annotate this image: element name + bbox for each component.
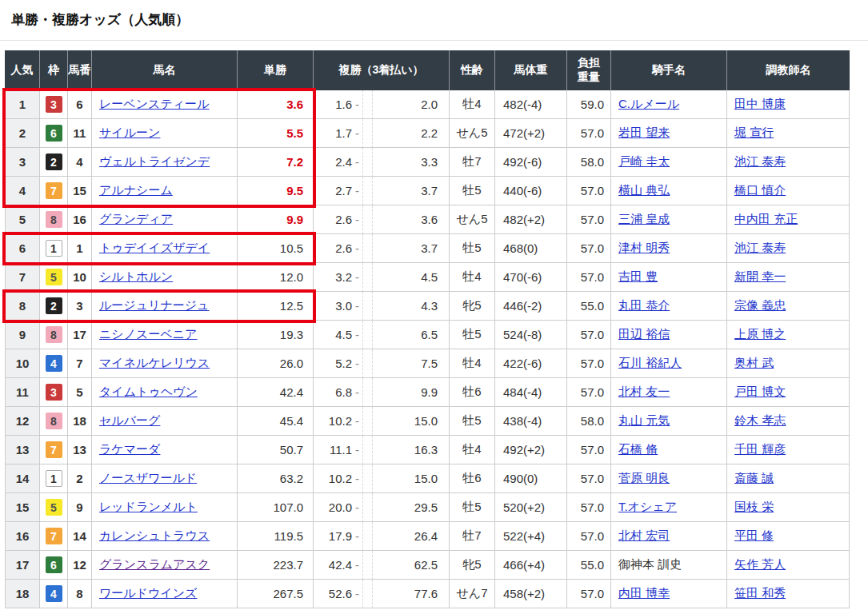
- trainer-link[interactable]: 平田 修: [734, 528, 774, 542]
- trainer-link[interactable]: 戸田 博文: [734, 385, 786, 398]
- horse-name-link[interactable]: サイルーン: [99, 126, 160, 139]
- horse-name-link[interactable]: タイムトゥヘヴン: [99, 385, 198, 398]
- jockey-link[interactable]: 菅原 明良: [618, 471, 670, 484]
- horse-name-link[interactable]: レッドランメルト: [99, 500, 198, 513]
- win-odds-cell: 9.5: [238, 177, 314, 205]
- horse-weight-cell: 458(+2): [495, 580, 567, 608]
- place-odds-low: 10.2-: [314, 464, 363, 493]
- jockey-link[interactable]: 北村 宏司: [618, 528, 670, 542]
- rank-cell: 2: [5, 119, 40, 148]
- horse-weight-cell: 440(-6): [495, 177, 567, 205]
- trainer-link[interactable]: 上原 博之: [734, 327, 786, 341]
- horse-name-link[interactable]: ルージュリナージュ: [99, 298, 209, 312]
- jockey-link[interactable]: 吉田 豊: [618, 269, 658, 283]
- horse-name-link[interactable]: グランディア: [99, 212, 173, 225]
- horse-number-cell: 12: [68, 551, 92, 580]
- jockey-link[interactable]: 三浦 皇成: [618, 212, 670, 225]
- place-odds-low: 17.9-: [314, 522, 363, 551]
- trainer-link[interactable]: 国枝 栄: [734, 500, 774, 513]
- jockey-link[interactable]: 戸崎 圭太: [618, 154, 670, 168]
- jockey-link[interactable]: 石川 裕紀人: [618, 356, 682, 369]
- sex-age-cell: 牡5: [450, 321, 495, 349]
- jockey-cell: 石橋 脩: [611, 436, 727, 464]
- place-low-value: 20.0: [329, 500, 352, 514]
- horse-name-link[interactable]: ニシノスーベニア: [99, 327, 197, 341]
- horse-name-link[interactable]: ノースザワールド: [99, 471, 197, 484]
- place-odds-gap: [363, 407, 373, 436]
- frame-badge: 5: [46, 499, 62, 516]
- trainer-link[interactable]: 新開 幸一: [734, 269, 786, 283]
- jockey-link[interactable]: 丸山 元気: [618, 413, 670, 427]
- place-odds-low: 42.4-: [314, 551, 363, 580]
- trainer-link[interactable]: 鈴木 孝志: [734, 413, 786, 427]
- horse-name-link[interactable]: トゥデイイズザデイ: [99, 241, 210, 254]
- trainer-cell: 田中 博康: [727, 90, 850, 119]
- jockey-cell: 戸崎 圭太: [611, 148, 727, 177]
- table-row: 324ヴェルトライゼンデ7.22.4-3.3牡7492(-6)58.0戸崎 圭太…: [5, 148, 850, 177]
- horse-name-link[interactable]: レーベンスティール: [99, 97, 209, 110]
- jockey-link[interactable]: 内田 博幸: [618, 586, 670, 600]
- jockey-link[interactable]: 津村 明秀: [618, 241, 670, 254]
- trainer-link[interactable]: 池江 泰寿: [734, 241, 786, 254]
- place-odds-low: 11.1-: [314, 436, 363, 464]
- place-odds-high: 16.3: [373, 436, 450, 464]
- jockey-link[interactable]: T.オシェア: [618, 500, 677, 513]
- header-frame: 枠: [40, 50, 68, 90]
- jockey-link[interactable]: C.ルメール: [618, 97, 679, 110]
- jockey-cell: 津村 明秀: [611, 234, 727, 263]
- frame-cell: 4: [40, 349, 68, 378]
- place-odds-dash: -: [355, 529, 359, 543]
- jockey-link[interactable]: 北村 友一: [618, 385, 670, 398]
- trainer-link[interactable]: 奥村 武: [734, 356, 774, 369]
- frame-cell: 8: [40, 407, 68, 436]
- trainer-link[interactable]: 田中 博康: [734, 97, 786, 110]
- table-row: 1135タイムトゥヘヴン42.46.8-9.9牡6484(-4)57.0北村 友…: [5, 378, 850, 407]
- jockey-link[interactable]: 丸田 恭介: [618, 298, 670, 312]
- carried-weight-cell: 57.0: [567, 464, 611, 493]
- place-odds-high: 2.2: [373, 119, 450, 148]
- horse-name-cell: ラケマーダ: [92, 436, 238, 464]
- table-row: 13713ラケマーダ50.711.1-16.3牡4492(+2)57.0石橋 脩…: [5, 436, 850, 464]
- jockey-link[interactable]: 石橋 脩: [618, 442, 658, 456]
- horse-name-link[interactable]: シルトホルン: [99, 269, 173, 283]
- horse-name-link[interactable]: ワールドウインズ: [99, 586, 197, 600]
- horse-name-link[interactable]: セルバーグ: [99, 413, 160, 427]
- table-row: 16714カレンシュトラウス119.517.9-26.4牡7522(+4)57.…: [5, 522, 850, 551]
- trainer-link[interactable]: 矢作 芳人: [734, 557, 786, 571]
- trainer-link[interactable]: 橋口 慎介: [734, 183, 786, 197]
- rank-cell: 8: [5, 292, 40, 321]
- jockey-link[interactable]: 田辺 裕信: [618, 327, 670, 341]
- trainer-link[interactable]: 宗像 義忠: [734, 298, 786, 312]
- jockey-link[interactable]: 横山 典弘: [618, 183, 670, 197]
- horse-name-link[interactable]: グランスラムアスク: [99, 557, 210, 571]
- win-odds-cell: 19.3: [238, 321, 314, 349]
- place-odds-dash: -: [355, 213, 359, 226]
- win-odds-cell: 10.5: [238, 234, 314, 263]
- trainer-link[interactable]: 千田 輝彦: [734, 442, 786, 456]
- trainer-link[interactable]: 池江 泰寿: [734, 154, 786, 168]
- trainer-link[interactable]: 斎藤 誠: [734, 471, 774, 484]
- horse-name-link[interactable]: マイネルケレリウス: [99, 356, 210, 369]
- trainer-link[interactable]: 中内田 充正: [734, 212, 798, 225]
- horse-number-cell: 15: [68, 177, 92, 205]
- sex-age-cell: 牡5: [450, 493, 495, 522]
- trainer-link[interactable]: 笹田 和秀: [734, 586, 786, 600]
- trainer-cell: 平田 修: [727, 522, 850, 551]
- horse-name-link[interactable]: ヴェルトライゼンデ: [99, 154, 210, 168]
- jockey-link[interactable]: 岩田 望来: [618, 126, 670, 139]
- trainer-link[interactable]: 堀 宣行: [734, 126, 774, 139]
- place-odds-high: 4.3: [373, 292, 450, 321]
- rank-cell: 13: [5, 436, 40, 464]
- place-low-value: 10.2: [329, 472, 352, 485]
- sex-age-cell: 牡4: [450, 349, 495, 378]
- page-title: 単勝・複勝オッズ（人気順）: [0, 0, 868, 41]
- horse-name-link[interactable]: カレンシュトラウス: [99, 528, 210, 542]
- place-odds-dash: -: [355, 98, 359, 111]
- carried-weight-cell: 57.0: [567, 580, 611, 608]
- horse-name-link[interactable]: ラケマーダ: [99, 442, 160, 456]
- frame-cell: 7: [40, 177, 68, 205]
- rank-cell: 16: [5, 522, 40, 551]
- trainer-cell: 池江 泰寿: [727, 148, 850, 177]
- horse-name-link[interactable]: アルナシーム: [99, 183, 173, 197]
- horse-weight-cell: 470(-6): [495, 263, 567, 292]
